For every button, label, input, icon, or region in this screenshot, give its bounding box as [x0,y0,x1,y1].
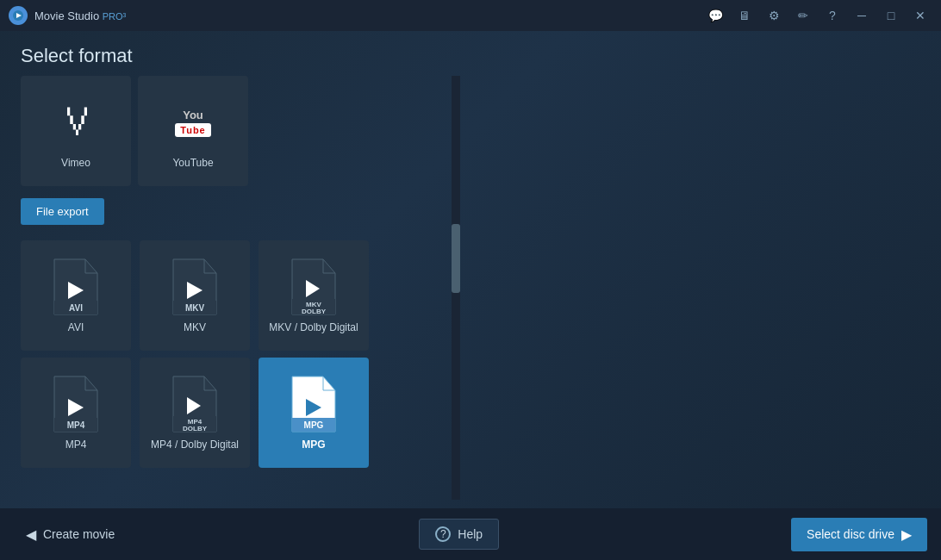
format-item-mp4-dolby[interactable]: MP4 DOLBY MP4 / Dolby Digital [140,358,250,468]
mpg-label: MPG [302,439,325,452]
format-item-vimeo[interactable]: 𝈍 Vimeo [21,76,131,186]
help-circle-icon: ? [435,526,451,542]
mkv-icon: MKV [164,256,226,318]
minimize-button[interactable]: ─ [850,3,874,28]
svg-text:MP4: MP4 [67,420,85,430]
close-button[interactable]: ✕ [908,3,932,28]
window-controls: 💬 🖥 ⚙ ✏ ? ─ □ ✕ [703,3,932,28]
mp4-dolby-icon: MP4 DOLBY [164,373,226,435]
gear-icon[interactable]: ⚙ [762,3,786,28]
format-item-mkv-dolby[interactable]: MKV DOLBY MKV / Dolby Digital [259,240,369,351]
mp4-label: MP4 [65,439,87,452]
youtube-icon: You Tube [162,91,224,153]
vimeo-label: Vimeo [61,157,90,171]
title-bar: Movie Studio PRO³ 💬 🖥 ⚙ ✏ ? ─ □ ✕ [0,0,941,31]
format-item-youtube[interactable]: You Tube YouTube [138,76,248,186]
svg-text:DOLBY: DOLBY [183,425,208,432]
forward-arrow-icon: ▶ [901,526,912,543]
mp4-dolby-label: MP4 / Dolby Digital [151,439,239,452]
avi-icon: AVI [45,256,107,318]
file-export-button[interactable]: File export [21,198,104,225]
help-icon[interactable]: ? [820,3,844,28]
mkv-label: MKV [184,321,206,335]
monitor-icon[interactable]: 🖥 [732,3,757,28]
mpg-icon: MPG [283,373,345,435]
mp4-icon: MP4 [45,373,107,435]
bottom-bar: ◀ Create movie ? Help Select disc drive … [0,508,941,560]
create-movie-button[interactable]: ◀ Create movie [14,520,127,550]
svg-text:MPG: MPG [304,420,324,430]
app-title: Movie Studio PRO³ [34,9,703,22]
vimeo-icon: 𝈍 [45,91,107,153]
select-disc-drive-button[interactable]: Select disc drive ▶ [791,518,927,551]
format-item-mpg[interactable]: MPG MPG [259,358,369,468]
maximize-button[interactable]: □ [879,3,903,28]
app-logo [9,6,28,25]
format-item-mp4[interactable]: MP4 MP4 [21,358,131,468]
svg-text:𝈍: 𝈍 [65,96,87,145]
format-item-mkv[interactable]: MKV MKV [140,240,250,351]
brush-icon[interactable]: ✏ [791,3,815,28]
mkv-dolby-label: MKV / Dolby Digital [269,321,358,335]
back-arrow-icon: ◀ [26,526,36,543]
format-item-avi[interactable]: AVI AVI [21,240,131,351]
svg-text:DOLBY: DOLBY [302,308,327,315]
main-content: 𝈍 Vimeo You Tube YouTube File export [0,76,941,508]
svg-text:MKV: MKV [185,303,205,313]
svg-text:AVI: AVI [69,303,83,313]
right-panel [460,76,920,500]
scroll-track[interactable] [452,76,460,500]
help-button[interactable]: ? Help [419,519,499,550]
avi-label: AVI [68,321,84,335]
scroll-thumb[interactable] [452,224,460,293]
youtube-label: YouTube [172,157,213,171]
page-header: Select format [0,31,941,76]
mkv-dolby-icon: MKV DOLBY [283,256,345,318]
page-title: Select format [21,45,920,67]
format-panel: 𝈍 Vimeo You Tube YouTube File export [21,76,460,500]
chat-icon[interactable]: 💬 [703,3,727,28]
